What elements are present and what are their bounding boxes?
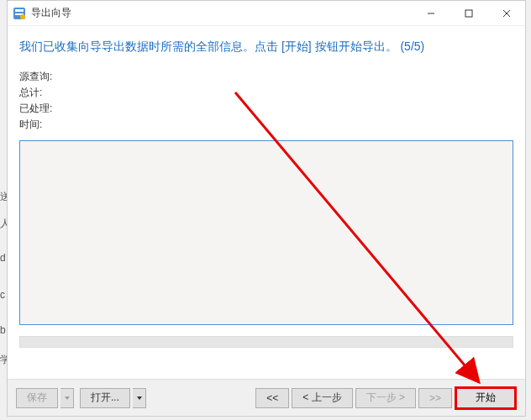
maximize-button[interactable] bbox=[450, 1, 487, 25]
info-block: 源查询: 总计: 已处理: 时间: bbox=[8, 60, 525, 132]
first-button[interactable]: << bbox=[255, 388, 289, 408]
prev-button[interactable]: < 上一步 bbox=[292, 388, 352, 408]
source-query-label: 源查询: bbox=[19, 70, 56, 84]
time-label: 时间: bbox=[19, 118, 56, 132]
processed-label: 已处理: bbox=[19, 102, 56, 116]
total-label: 总计: bbox=[19, 86, 56, 100]
svg-marker-8 bbox=[65, 396, 70, 400]
save-button[interactable]: 保存 bbox=[16, 388, 58, 408]
window-title: 导出向导 bbox=[31, 6, 412, 20]
minimize-button[interactable] bbox=[412, 1, 450, 25]
wizard-header: 我们已收集向导导出数据时所需的全部信息。点击 [开始] 按钮开始导出。 (5/5… bbox=[8, 26, 525, 60]
last-button[interactable]: >> bbox=[418, 388, 452, 408]
bg-text: c bbox=[0, 289, 5, 301]
start-button[interactable]: 开始 bbox=[455, 386, 517, 410]
close-button[interactable] bbox=[487, 1, 525, 25]
svg-rect-5 bbox=[465, 10, 472, 17]
open-button[interactable]: 打开... bbox=[80, 388, 130, 408]
open-dropdown-button[interactable] bbox=[133, 388, 146, 408]
export-wizard-window: 导出向导 我们已收集向导导出数据时所需的全部信息。点击 [开始] 按钮开始导出。… bbox=[7, 0, 526, 417]
svg-rect-1 bbox=[15, 9, 24, 12]
bg-text: d bbox=[0, 252, 6, 264]
footer: 保存 打开... << < 上一步 下一步 > >> 开始 bbox=[8, 379, 525, 416]
log-textarea[interactable] bbox=[19, 140, 513, 325]
app-icon bbox=[13, 7, 26, 20]
save-dropdown-button[interactable] bbox=[60, 388, 74, 408]
svg-point-3 bbox=[20, 14, 25, 19]
progress-bar bbox=[19, 336, 513, 348]
next-button[interactable]: 下一步 > bbox=[355, 388, 416, 408]
bg-text: b bbox=[0, 324, 6, 336]
titlebar: 导出向导 bbox=[8, 1, 525, 26]
svg-marker-9 bbox=[137, 396, 142, 400]
